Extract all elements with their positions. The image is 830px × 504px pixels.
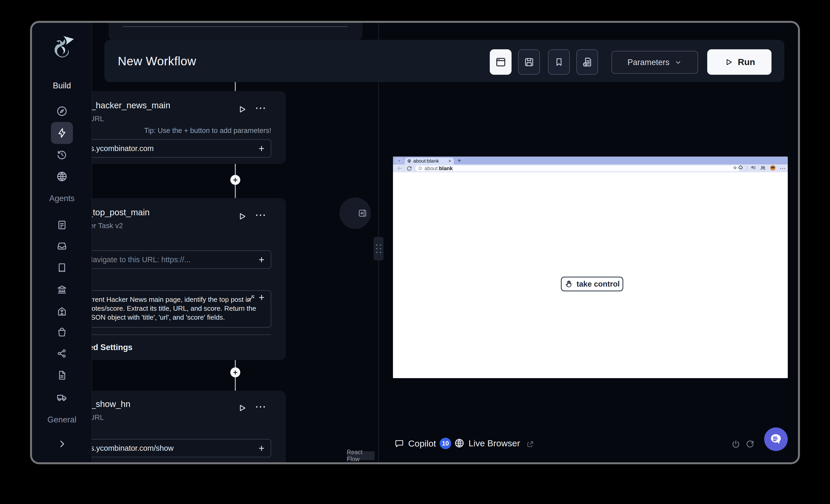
power-icon[interactable] — [731, 439, 741, 450]
chevron-down-icon — [397, 159, 401, 163]
node-menu-button[interactable]: ⋯ — [255, 209, 266, 221]
chevron-down-icon — [674, 59, 682, 66]
add-node-button[interactable]: + — [230, 175, 240, 185]
share-icon — [56, 348, 68, 359]
hand-icon — [565, 279, 573, 289]
node-menu-button[interactable]: ⋯ — [255, 103, 266, 113]
add-parameter-button[interactable]: + — [259, 292, 264, 303]
browser-window-icon — [495, 56, 507, 68]
bank-icon — [56, 284, 68, 295]
copilot-label: Copilot — [408, 438, 436, 449]
file-history-icon — [581, 56, 594, 68]
history-icon — [56, 149, 68, 161]
url-scheme: about: — [424, 165, 439, 171]
extensions-icon[interactable] — [738, 165, 743, 172]
sidebar-item-logistics[interactable] — [51, 387, 73, 408]
app-window: + + go_to_hacker_news_main Go to URL ⋯ U… — [30, 21, 800, 464]
bookmark-icon — [553, 57, 565, 68]
chat-fab-icon — [769, 432, 783, 446]
pop-out-icon[interactable] — [526, 440, 535, 450]
info-icon — [418, 166, 422, 170]
sidebar-item-share[interactable] — [51, 342, 73, 365]
bookmark-button[interactable] — [548, 49, 570, 75]
play-node-button[interactable] — [236, 211, 247, 223]
chat-bubble-icon — [394, 438, 405, 449]
save-icon — [523, 56, 535, 68]
parameters-dropdown[interactable]: Parameters — [611, 51, 698, 74]
back-icon[interactable] — [396, 165, 403, 173]
tab-search-button[interactable] — [394, 158, 404, 164]
parameters-label: Parameters — [628, 58, 669, 67]
run-button[interactable]: Run — [707, 49, 771, 75]
dragon-logo[interactable] — [48, 34, 76, 63]
open-panel-icon[interactable] — [357, 208, 368, 220]
address-bar[interactable]: about:blank — [416, 165, 740, 171]
node-menu-button[interactable]: ⋯ — [255, 401, 266, 412]
browser-menu-icon[interactable]: ⋯ — [779, 165, 786, 172]
globe-icon — [56, 170, 68, 182]
copilot-badge: 10 — [440, 438, 451, 449]
sidebar-item-banking[interactable] — [51, 278, 73, 301]
avatar[interactable] — [769, 164, 776, 172]
add-parameter-button[interactable]: + — [259, 443, 264, 454]
wand-icon[interactable] — [246, 294, 256, 304]
panel-view-button[interactable] — [490, 49, 512, 75]
compass-icon — [56, 105, 68, 117]
lightning-icon — [56, 127, 68, 139]
inbox-icon — [56, 240, 68, 252]
globe-icon — [454, 438, 465, 449]
sidebar: Build Agents — [32, 23, 92, 462]
sidebar-item-browser[interactable] — [51, 165, 73, 188]
close-tab-icon[interactable]: × — [448, 158, 451, 164]
hospital-icon — [56, 305, 68, 317]
play-node-button[interactable] — [236, 403, 247, 414]
file-icon — [56, 369, 68, 381]
copilot-toggle[interactable]: Copilot 10 — [394, 438, 451, 449]
section-label-general: General — [32, 415, 92, 425]
react-flow-attribution: React Flow — [347, 451, 375, 460]
bookmark-star-icon[interactable] — [733, 165, 737, 171]
play-icon — [724, 57, 733, 67]
divider — [123, 26, 348, 27]
sidebar-item-healthcare[interactable] — [51, 300, 73, 322]
sidebar-item-forms[interactable] — [51, 214, 73, 236]
chevron-right-icon — [57, 439, 67, 449]
add-parameter-button[interactable]: + — [259, 254, 264, 265]
profile-icon[interactable] — [760, 165, 766, 172]
sidebar-item-history[interactable] — [51, 144, 73, 166]
toolbar-divider — [747, 166, 747, 170]
sidebar-item-documents[interactable] — [51, 364, 73, 386]
browser-page: take control — [393, 172, 788, 378]
chat-fab[interactable] — [764, 428, 788, 451]
take-control-button[interactable]: take control — [561, 277, 623, 291]
sidebar-item-inbox[interactable] — [51, 235, 73, 257]
globe-icon — [407, 159, 411, 163]
form-icon — [56, 219, 68, 231]
reading-list-icon[interactable] — [751, 165, 756, 172]
refresh-icon[interactable] — [745, 439, 755, 450]
sidebar-expand-button[interactable] — [51, 433, 73, 455]
play-node-button[interactable] — [236, 104, 247, 115]
page-title: New Workflow — [118, 40, 196, 82]
sidebar-item-shopping[interactable] — [51, 321, 73, 343]
browser-tab[interactable]: about:blank × — [405, 158, 454, 164]
live-browser-preview: about:blank × + about:blank — [393, 157, 788, 378]
parameters-tip: Tip: Use the + button to add parameters! — [144, 127, 271, 135]
reload-icon[interactable] — [406, 165, 412, 173]
partial-node-card[interactable] — [108, 21, 362, 41]
live-browser-toggle[interactable]: Live Browser — [454, 438, 520, 449]
add-node-button[interactable]: + — [230, 367, 240, 377]
sidebar-item-workflows[interactable] — [51, 122, 73, 144]
version-history-button[interactable] — [576, 49, 598, 75]
sidebar-item-invoices[interactable] — [51, 257, 73, 279]
live-browser-label: Live Browser — [469, 438, 520, 448]
section-label-build: Build — [32, 81, 92, 91]
sidebar-item-discover[interactable] — [51, 100, 73, 122]
add-parameter-button[interactable]: + — [259, 143, 264, 154]
tab-title: about:blank — [413, 158, 439, 164]
browser-toolbar: about:blank ⋯ — [393, 164, 788, 172]
receipt-icon — [56, 262, 68, 273]
new-tab-button[interactable]: + — [457, 157, 461, 164]
save-button[interactable] — [518, 49, 540, 75]
pane-resize-handle[interactable] — [374, 237, 384, 260]
